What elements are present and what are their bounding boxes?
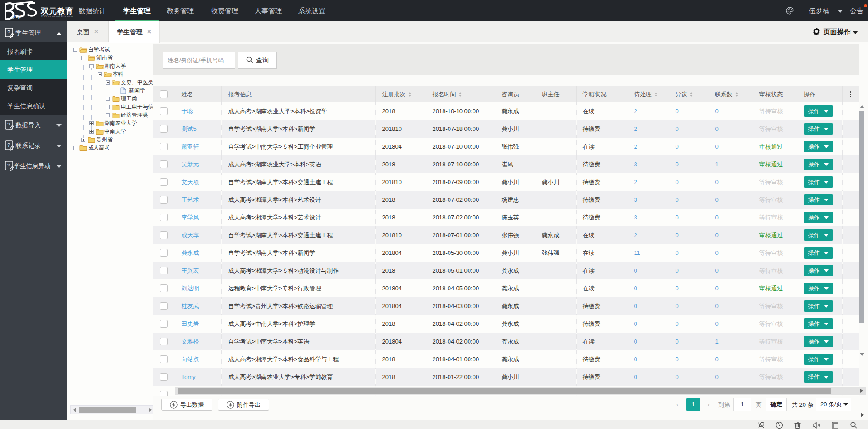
svg-text:?: ? [7, 122, 10, 127]
svg-text:?: ? [7, 142, 10, 148]
svg-text:?: ? [7, 163, 10, 168]
svg-text:step: step [11, 12, 21, 20]
svg-text:?: ? [7, 30, 10, 35]
